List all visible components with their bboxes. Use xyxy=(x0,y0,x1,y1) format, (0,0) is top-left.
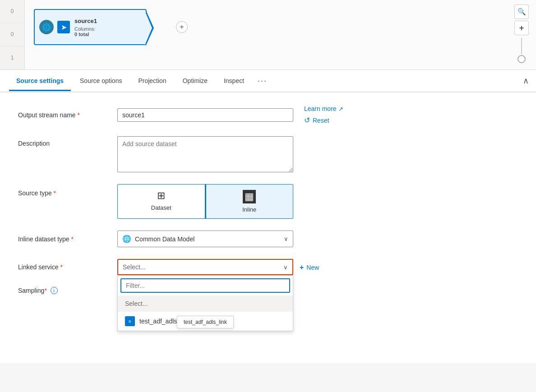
filter-input[interactable] xyxy=(120,278,290,293)
reset-button[interactable]: ↺ Reset xyxy=(304,116,343,125)
filter-container xyxy=(118,276,293,295)
source-type-label: Source type * xyxy=(18,184,117,197)
chevron-down-icon: ∨ xyxy=(284,235,288,242)
panel-collapse-button[interactable]: ∧ xyxy=(523,76,529,86)
adls-icon: ≡ xyxy=(125,316,135,326)
dropdown-value-area: 🌐 Common Data Model xyxy=(122,235,194,243)
line-number-0a: 0 xyxy=(0,0,24,23)
sampling-info-icon[interactable]: i xyxy=(51,287,58,294)
node-arrow-shape-inner xyxy=(145,11,152,45)
line-number-1: 1 xyxy=(0,46,24,69)
zoom-thumb[interactable] xyxy=(518,55,526,63)
sampling-label-area: Sampling * i xyxy=(18,287,117,294)
description-textarea[interactable] xyxy=(117,136,293,172)
main-content: Output stream name * Learn more ↗ ↺ Rese… xyxy=(0,92,536,363)
form-side-actions: Learn more ↗ ↺ Reset xyxy=(304,105,343,125)
tab-projection[interactable]: Projection xyxy=(131,71,173,91)
node-arrow-icon: ➤ xyxy=(57,21,70,33)
node-columns: Columns: 0 total xyxy=(74,26,97,37)
tooltip-box: test_adf_adls_link xyxy=(177,316,234,328)
linked-service-row: Linked service * Select... ∨ Select... ≡… xyxy=(18,259,518,275)
pipeline-node[interactable]: 🌐 ➤ source1 Columns: 0 total xyxy=(34,9,147,45)
tab-inspect[interactable]: Inspect xyxy=(217,71,251,91)
select-placeholder: Select... xyxy=(123,263,146,271)
output-stream-input[interactable] xyxy=(117,108,293,122)
linked-service-label: Linked service * xyxy=(18,259,117,271)
cdm-globe-icon: 🌐 xyxy=(122,235,131,243)
inline-toggle-btn[interactable]: ▦ Inline xyxy=(205,184,293,218)
learn-more-link[interactable]: Learn more ↗ xyxy=(304,105,343,112)
tab-source-settings[interactable]: Source settings xyxy=(9,71,71,91)
zoom-track xyxy=(518,38,526,63)
source-type-row: Source type * ⊞ Dataset ▦ Inline xyxy=(18,184,518,219)
tab-source-options[interactable]: Source options xyxy=(73,71,129,91)
node-info: source1 Columns: 0 total xyxy=(74,18,97,37)
output-stream-label: Output stream name * xyxy=(18,111,117,119)
node-columns-label: Columns: xyxy=(74,26,95,32)
node-globe-icon: 🌐 xyxy=(39,20,54,34)
top-right-controls: 🔍 + xyxy=(514,5,529,64)
inline-dataset-type-row: Inline dataset type * 🌐 Common Data Mode… xyxy=(18,231,518,247)
tabs-container: Source settings Source options Projectio… xyxy=(0,70,536,92)
linked-service-dropdown-container: Select... ∨ Select... ≡ test_adf_adls_li… xyxy=(117,259,293,275)
dataset-icon: ⊞ xyxy=(157,190,165,202)
description-label: Description xyxy=(18,136,117,147)
dataset-toggle-btn[interactable]: ⊞ Dataset xyxy=(118,184,205,218)
line-number-0b: 0 xyxy=(0,23,24,46)
zoom-line xyxy=(521,38,522,54)
node-columns-value: 0 total xyxy=(74,32,89,37)
reset-icon: ↺ xyxy=(304,116,310,125)
canvas-area: 🌐 ➤ source1 Columns: 0 total + xyxy=(25,0,536,54)
tab-optimize[interactable]: Optimize xyxy=(176,71,215,91)
cdm-value: Common Data Model xyxy=(135,235,194,243)
left-numbers-sidebar: 0 0 1 xyxy=(0,0,25,69)
zoom-in-button[interactable]: + xyxy=(514,21,529,35)
inline-dataset-dropdown[interactable]: 🌐 Common Data Model ∨ xyxy=(117,231,293,247)
node-title: source1 xyxy=(74,18,97,24)
add-node-button[interactable]: + xyxy=(176,21,188,33)
linked-service-select[interactable]: Select... ∨ xyxy=(117,259,293,275)
inline-icon: ▦ xyxy=(243,190,256,203)
tab-more-button[interactable]: ··· xyxy=(253,72,272,90)
new-linked-service-button[interactable]: + New xyxy=(293,260,325,275)
external-link-icon: ↗ xyxy=(338,106,343,112)
description-row: Description xyxy=(18,136,518,172)
source-type-toggle: ⊞ Dataset ▦ Inline xyxy=(117,184,293,219)
output-stream-row: Output stream name * Learn more ↗ ↺ Rese… xyxy=(18,105,518,125)
new-plus-icon: + xyxy=(300,263,304,272)
select-chevron-icon: ∨ xyxy=(283,264,288,271)
inline-dataset-type-label: Inline dataset type * xyxy=(18,235,117,243)
search-icon-btn[interactable]: 🔍 xyxy=(514,5,529,19)
dropdown-select-item[interactable]: Select... xyxy=(118,295,293,312)
required-star: * xyxy=(76,111,80,119)
